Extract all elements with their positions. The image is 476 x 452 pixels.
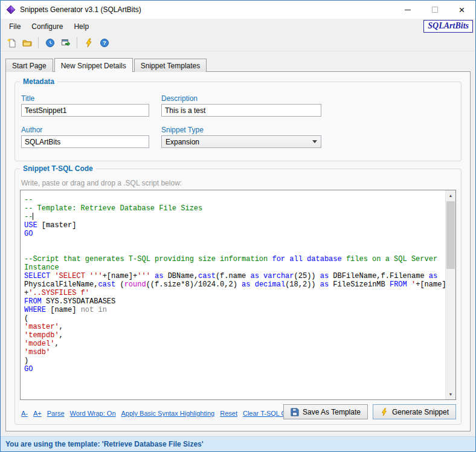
toolbar: ?: [1, 34, 475, 51]
maximize-button[interactable]: [421, 1, 448, 19]
snippet-type-label: Snippet Type: [161, 126, 204, 134]
action-buttons: Save As Template Generate Snippet: [283, 404, 456, 419]
scroll-thumb[interactable]: [446, 201, 455, 269]
code-line: FROM SYS.SYSDATABASES: [24, 297, 445, 306]
description-label: Description: [161, 94, 198, 103]
code-line: 'model',: [24, 340, 445, 348]
tab-panel: Metadata Title Description Author Snippe…: [5, 71, 471, 431]
tab-snippet-templates[interactable]: Snippet Templates: [134, 59, 207, 72]
link-font-increase[interactable]: A+: [33, 410, 42, 417]
close-icon: ×: [459, 5, 465, 15]
minimize-button[interactable]: [394, 1, 421, 19]
chevron-down-icon: [312, 140, 317, 143]
save-as-template-button[interactable]: Save As Template: [283, 404, 368, 419]
generate-snippet-button[interactable]: Generate Snippet: [373, 404, 456, 419]
link-font-decrease[interactable]: A-: [21, 410, 28, 417]
status-bar: You are using the template: 'Retrieve Da…: [1, 436, 475, 451]
lightning-icon: [84, 38, 94, 48]
description-input[interactable]: [161, 104, 321, 117]
app-icon: [6, 5, 16, 15]
vertical-scrollbar[interactable]: ▲ ▼: [445, 190, 455, 399]
help-icon: ?: [100, 38, 109, 48]
snippet-type-select[interactable]: Expansion: [161, 135, 321, 148]
snippet-type-value: Expansion: [166, 138, 199, 146]
clock-icon: [45, 38, 55, 48]
new-snippet-icon: [7, 38, 16, 48]
code-line: +'..SYSFILES f': [24, 289, 445, 297]
code-line: WHERE [name] not in: [24, 306, 445, 314]
menu-help[interactable]: Help: [68, 19, 94, 34]
menu-configure[interactable]: Configure: [26, 19, 68, 34]
code-line: --Script that generates T-SQL providing …: [24, 255, 445, 263]
close-button[interactable]: ×: [448, 1, 475, 19]
export-icon: [61, 38, 71, 48]
code-line: Instance: [24, 263, 445, 272]
author-input[interactable]: [21, 135, 149, 148]
open-button[interactable]: [20, 36, 34, 50]
metadata-group-title: Metadata: [20, 77, 57, 86]
code-line: SELECT 'SELECT '''+[name]+''' as DBName,…: [24, 272, 445, 280]
sql-editor[interactable]: ---- Template: Retrieve Database File Si…: [20, 190, 456, 400]
author-label: Author: [21, 126, 42, 134]
code-hint: Write, paste or drag and drop a .SQL scr…: [21, 179, 182, 187]
scroll-up-arrow[interactable]: ▲: [446, 190, 455, 201]
svg-text:?: ?: [103, 39, 106, 46]
history-button[interactable]: [43, 36, 57, 50]
minimize-icon: [405, 10, 411, 10]
window-title: Snippets Generator v3.1 (SQLArtBits): [20, 5, 141, 14]
app-window: Snippets Generator v3.1 (SQLArtBits) × F…: [0, 0, 476, 452]
title-bar: Snippets Generator v3.1 (SQLArtBits) ×: [1, 1, 475, 19]
toolbar-separator: [77, 37, 77, 48]
tab-start-page[interactable]: Start Page: [5, 59, 53, 72]
editor-links-row: A-A+ParseWord Wrap: OnApply Basic Syntax…: [21, 410, 297, 417]
code-line: 'msdb': [24, 348, 445, 357]
menu-file[interactable]: File: [4, 19, 26, 34]
code-line: ): [24, 357, 445, 365]
link-apply-highlighting[interactable]: Apply Basic Syntax Highlighting: [121, 410, 215, 417]
tab-strip: Start PageNew Snippet DetailsSnippet Tem…: [5, 58, 475, 71]
tab-new-snippet-details[interactable]: New Snippet Details: [54, 58, 133, 72]
export-button[interactable]: [59, 36, 72, 50]
code-group: Snippet T-SQL Code Write, paste or drag …: [14, 169, 462, 425]
maximize-icon: [432, 7, 438, 13]
new-snippet-button[interactable]: [4, 36, 18, 50]
generate-button-toolbar[interactable]: [82, 36, 95, 50]
code-line: --: [24, 196, 445, 204]
lightning-icon: [380, 408, 388, 416]
link-word-wrap[interactable]: Word Wrap: On: [70, 410, 116, 417]
save-icon: [291, 408, 299, 416]
code-line: GO: [24, 365, 445, 373]
open-folder-icon: [22, 38, 32, 48]
status-text: You are using the template: 'Retrieve Da…: [5, 440, 204, 448]
code-line: PhysicalFileName,cast (round((f.size*8)/…: [24, 280, 445, 289]
generate-snippet-label: Generate Snippet: [392, 408, 449, 416]
link-parse[interactable]: Parse: [47, 410, 65, 417]
title-input[interactable]: [21, 104, 149, 117]
code-group-title: Snippet T-SQL Code: [20, 164, 96, 173]
text-caret: [33, 213, 33, 220]
code-line: [24, 247, 445, 255]
menu-bar: File Configure Help SQLArtBits: [1, 19, 475, 34]
code-line: -- Template: Retrieve Database File Size…: [24, 204, 445, 213]
help-button[interactable]: ?: [97, 36, 111, 50]
scroll-down-arrow[interactable]: ▼: [446, 389, 455, 399]
sql-editor-content[interactable]: ---- Template: Retrieve Database File Si…: [21, 190, 445, 399]
code-line: GO: [24, 230, 445, 238]
link-reset[interactable]: Reset: [220, 410, 237, 417]
metadata-group: Metadata Title Description Author Snippe…: [14, 82, 462, 161]
code-line: (: [24, 314, 445, 323]
code-line: --: [24, 213, 445, 221]
code-line: [24, 238, 445, 247]
code-line: USE [master]: [24, 221, 445, 230]
brand-logo: SQLArtBits: [423, 20, 473, 33]
window-controls: ×: [394, 1, 475, 19]
save-as-template-label: Save As Template: [303, 408, 361, 416]
code-line: 'master',: [24, 323, 445, 331]
title-label: Title: [21, 94, 34, 103]
code-line: 'tempdb',: [24, 331, 445, 340]
toolbar-separator: [38, 37, 39, 48]
